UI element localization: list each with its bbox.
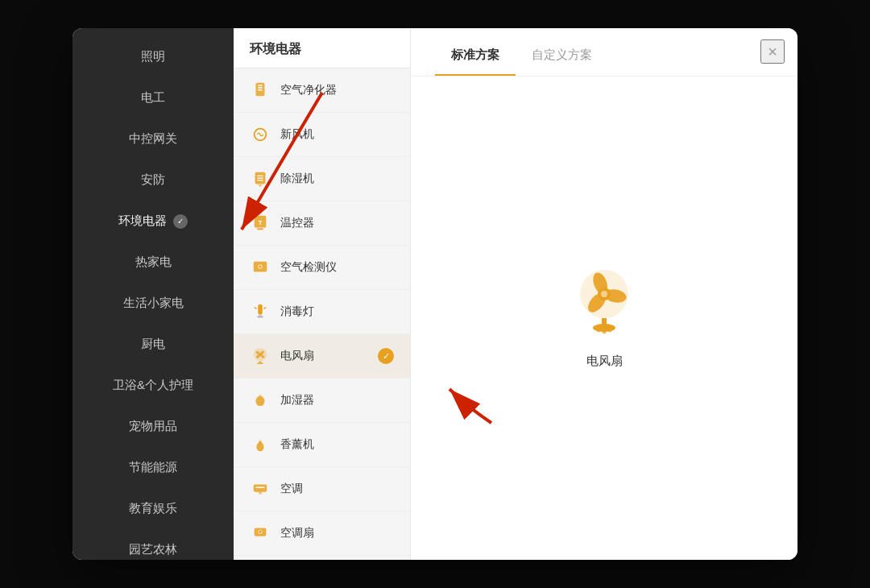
sidebar-label-energy: 节能能源 — [129, 460, 177, 475]
thermostat-icon: T — [250, 213, 271, 234]
category-label-air-purifier: 空气净化器 — [280, 83, 394, 97]
sidebar-item-energy[interactable]: 节能能源 — [72, 447, 234, 488]
tab-standard[interactable]: 标准方案 — [435, 36, 516, 76]
fan-list-icon — [250, 346, 271, 366]
category-item-uv-lamp[interactable]: 消毒灯 — [234, 290, 410, 334]
category-list: 环境电器 空气净化器 新风机 除湿机 — [234, 28, 411, 560]
selected-device-icon — [564, 260, 644, 341]
sidebar-label-electrician: 电工 — [141, 90, 165, 106]
fresh-air-icon — [250, 124, 271, 145]
selected-device-container: 电风扇 — [564, 260, 644, 369]
modal-overlay: 照明 电工 中控网关 安防 环境电器 ✓ 热家电 生活小家电 厨电 — [0, 0, 870, 588]
category-item-ac-fan[interactable]: 空调扇 — [234, 511, 410, 556]
humidifier-icon — [250, 390, 271, 411]
svg-rect-17 — [257, 317, 263, 318]
svg-point-39 — [601, 291, 607, 297]
category-label-aroma: 香薰机 — [280, 437, 394, 452]
sidebar-item-garden[interactable]: 园艺农林 — [72, 529, 234, 560]
category-item-ac[interactable]: 空调 — [234, 467, 410, 511]
sidebar-item-small-appliance[interactable]: 生活小家电 — [72, 283, 234, 324]
category-label-uv-lamp: 消毒灯 — [280, 304, 394, 319]
svg-rect-16 — [259, 315, 262, 317]
svg-point-25 — [259, 405, 261, 407]
sidebar-label-security: 安防 — [141, 172, 165, 188]
category-label-ac: 空调 — [280, 482, 394, 496]
uv-lamp-icon — [250, 301, 271, 322]
svg-rect-27 — [259, 441, 262, 444]
category-label-air-detector: 空气检测仪 — [280, 260, 394, 275]
category-item-air-detector[interactable]: 空气检测仪 — [234, 246, 410, 290]
sidebar-label-small-appliance: 生活小家电 — [123, 296, 184, 311]
svg-point-14 — [259, 266, 262, 268]
svg-rect-15 — [258, 304, 263, 315]
category-header-title: 环境电器 — [234, 28, 410, 68]
sidebar-label-bathroom: 卫浴&个人护理 — [113, 378, 193, 393]
sidebar-item-bathroom[interactable]: 卫浴&个人护理 — [72, 365, 234, 406]
tab-custom[interactable]: 自定义方案 — [516, 36, 608, 76]
content-body: 电风扇 — [411, 77, 798, 560]
sidebar-label-pet: 宠物用品 — [129, 419, 177, 434]
environment-check-badge: ✓ — [173, 214, 188, 229]
sidebar-label-garden: 园艺农林 — [129, 542, 177, 557]
fan-selected-check: ✓ — [378, 348, 394, 364]
category-item-thermostat[interactable]: T 温控器 — [234, 201, 410, 246]
svg-point-44 — [608, 328, 612, 332]
svg-point-43 — [603, 329, 607, 333]
modal-container: 照明 电工 中控网关 安防 环境电器 ✓ 热家电 生活小家电 厨电 — [72, 28, 798, 560]
svg-point-24 — [256, 396, 265, 407]
dehumidifier-icon — [250, 168, 271, 189]
sidebar-label-environment: 环境电器 — [118, 213, 167, 229]
sidebar-label-gateway: 中控网关 — [129, 131, 177, 147]
sidebar-label-heating: 热家电 — [135, 255, 172, 270]
sidebar-item-education[interactable]: 教育娱乐 — [72, 488, 234, 529]
svg-rect-28 — [254, 485, 267, 492]
svg-rect-3 — [258, 89, 263, 90]
category-label-ac-fan: 空调扇 — [280, 526, 394, 540]
ac-fan-icon — [250, 523, 271, 544]
aroma-icon — [250, 434, 271, 455]
sidebar-item-pet[interactable]: 宠物用品 — [72, 406, 234, 447]
content-tabs: 标准方案 自定义方案 — [411, 36, 798, 77]
svg-line-18 — [255, 308, 257, 309]
category-label-humidifier: 加湿器 — [280, 393, 394, 408]
category-label-dehumidifier: 除湿机 — [280, 172, 394, 186]
category-item-air-purifier[interactable]: 空气净化器 — [234, 68, 410, 113]
sidebar-label-lighting: 照明 — [141, 49, 165, 64]
category-label-fresh-air: 新风机 — [280, 127, 394, 142]
selected-device-label: 电风扇 — [586, 354, 623, 369]
svg-rect-30 — [259, 492, 262, 495]
sidebar-item-heating[interactable]: 热家电 — [72, 242, 234, 283]
svg-rect-23 — [257, 362, 263, 363]
air-purifier-icon — [250, 80, 271, 101]
svg-point-42 — [597, 328, 601, 332]
sidebar: 照明 电工 中控网关 安防 环境电器 ✓ 热家电 生活小家电 厨电 — [72, 28, 234, 560]
sidebar-item-security[interactable]: 安防 — [72, 159, 234, 201]
main-content: × 标准方案 自定义方案 — [411, 28, 798, 560]
svg-rect-1 — [258, 85, 263, 86]
category-item-dehumidifier[interactable]: 除湿机 — [234, 157, 410, 201]
svg-line-19 — [264, 308, 267, 309]
ac-icon — [250, 478, 271, 499]
category-item-humidifier[interactable]: 加湿器 — [234, 379, 410, 423]
sidebar-item-kitchen[interactable]: 厨电 — [72, 324, 234, 365]
sidebar-item-gateway[interactable]: 中控网关 — [72, 118, 234, 159]
svg-text:T: T — [259, 219, 263, 226]
category-label-thermostat: 温控器 — [280, 216, 394, 230]
category-label-fan: 电风扇 — [280, 349, 368, 363]
svg-point-33 — [259, 531, 262, 533]
air-detector-icon — [250, 257, 271, 278]
sidebar-item-electrician[interactable]: 电工 — [72, 77, 234, 118]
category-item-fan[interactable]: 电风扇 ✓ — [234, 334, 410, 379]
sidebar-item-environment[interactable]: 环境电器 ✓ — [72, 201, 234, 242]
svg-rect-2 — [258, 87, 263, 88]
close-button[interactable]: × — [760, 39, 785, 64]
category-item-aroma[interactable]: 香薰机 — [234, 423, 410, 467]
sidebar-label-kitchen: 厨电 — [141, 337, 165, 352]
category-item-fresh-air[interactable]: 新风机 — [234, 113, 410, 157]
sidebar-item-lighting[interactable]: 照明 — [72, 36, 234, 77]
sidebar-label-education: 教育娱乐 — [129, 501, 177, 516]
